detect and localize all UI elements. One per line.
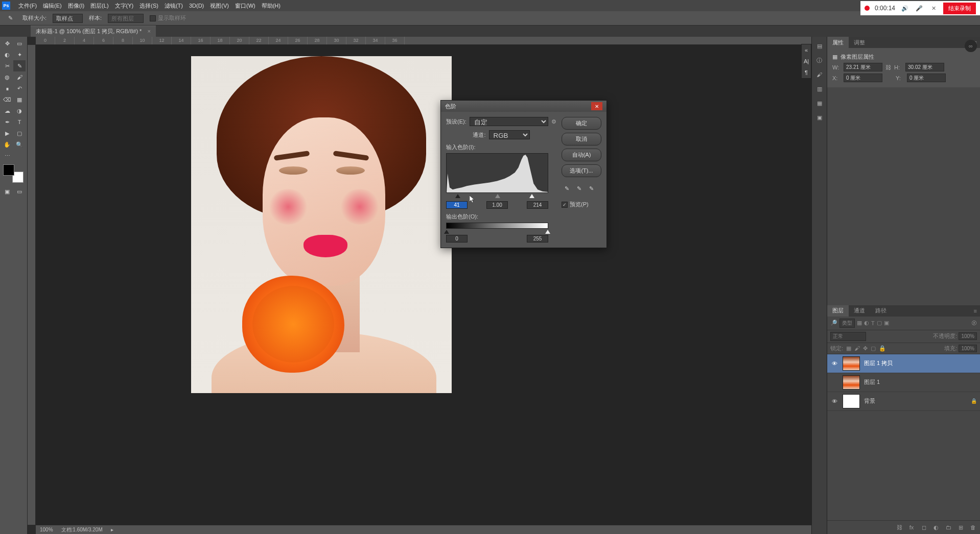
history-brush-tool-icon[interactable]: ↶ bbox=[13, 83, 26, 94]
speaker-icon[interactable]: 🔊 bbox=[900, 4, 909, 13]
filter-type-icon[interactable]: T bbox=[871, 320, 875, 326]
color-swatch[interactable] bbox=[3, 164, 24, 183]
shape-tool-icon[interactable]: ▢ bbox=[13, 128, 26, 139]
close-tab-icon[interactable]: × bbox=[147, 28, 150, 34]
menu-layer[interactable]: 图层(L) bbox=[87, 2, 111, 10]
layer-thumbnail[interactable] bbox=[843, 356, 860, 371]
menu-type[interactable]: 文字(Y) bbox=[112, 2, 137, 10]
floating-type-panel[interactable]: « A| ¶ bbox=[801, 44, 811, 79]
doc-size-info[interactable]: 文档:1.60M/3.20M bbox=[61, 526, 103, 533]
foreground-color-icon[interactable] bbox=[3, 164, 14, 176]
layer-thumbnail[interactable] bbox=[843, 375, 860, 390]
brush-tool-icon[interactable]: 🖌 bbox=[13, 71, 26, 83]
x-field[interactable] bbox=[844, 74, 882, 82]
layers-menu-icon[interactable]: ≡ bbox=[971, 308, 980, 314]
layer-item[interactable]: 图层 1 bbox=[827, 373, 980, 392]
delete-layer-icon[interactable]: 🗑 bbox=[968, 523, 978, 532]
layer-name[interactable]: 背景 bbox=[864, 397, 967, 405]
eraser-tool-icon[interactable]: ⌫ bbox=[1, 94, 13, 105]
marquee-tool-icon[interactable]: ▭ bbox=[13, 38, 26, 49]
shadow-input[interactable] bbox=[446, 201, 468, 209]
preview-checkbox[interactable] bbox=[562, 202, 568, 208]
new-layer-icon[interactable]: ⊞ bbox=[955, 523, 966, 532]
menu-help[interactable]: 帮助(H) bbox=[259, 2, 284, 10]
mic-mute-icon[interactable]: 🎤 bbox=[915, 4, 924, 13]
stop-recording-button[interactable]: 结束录制 bbox=[943, 3, 976, 14]
brush-settings-icon[interactable]: 🖌 bbox=[813, 68, 826, 81]
fill-field[interactable]: 100% bbox=[959, 345, 977, 352]
tab-paths[interactable]: 路径 bbox=[870, 305, 892, 317]
stamp-tool-icon[interactable]: ∎ bbox=[1, 83, 13, 94]
canvas-area[interactable]: « A| ¶ bbox=[36, 45, 811, 525]
adjustment-layer-icon[interactable]: ◐ bbox=[931, 523, 941, 532]
tab-channels[interactable]: 通道 bbox=[849, 305, 870, 317]
dodge-tool-icon[interactable]: ◑ bbox=[13, 105, 26, 116]
levels-dialog[interactable]: 色阶 ✕ 预设(E): 自定 ⚙ 通道: RGB 输入色阶(I): bbox=[440, 100, 607, 248]
width-field[interactable] bbox=[844, 63, 882, 71]
dialog-titlebar[interactable]: 色阶 ✕ bbox=[441, 101, 606, 112]
gamma-input[interactable] bbox=[486, 201, 508, 209]
group-icon[interactable]: 🗀 bbox=[943, 523, 953, 532]
blur-tool-icon[interactable]: ☁ bbox=[1, 105, 13, 116]
channel-select[interactable]: RGB bbox=[489, 130, 530, 139]
menu-select[interactable]: 选择(S) bbox=[136, 2, 161, 10]
lock-position-icon[interactable]: ✥ bbox=[863, 345, 868, 352]
output-low-input[interactable] bbox=[446, 235, 468, 242]
ok-button[interactable]: 确定 bbox=[562, 117, 601, 130]
cancel-button[interactable]: 取消 bbox=[562, 133, 601, 145]
highlight-slider-icon[interactable] bbox=[529, 194, 534, 198]
edit-toolbar-icon[interactable]: ⋯ bbox=[1, 150, 13, 161]
filter-search-icon[interactable]: 🔎 bbox=[830, 320, 837, 326]
close-icon[interactable]: ✕ bbox=[929, 4, 938, 13]
sample-size-select[interactable]: 取样点 bbox=[53, 14, 83, 23]
crop-tool-icon[interactable]: ✂ bbox=[1, 60, 13, 71]
filter-shape-icon[interactable]: ▢ bbox=[877, 320, 882, 326]
lock-paint-icon[interactable]: 🖌 bbox=[854, 345, 860, 351]
menu-file[interactable]: 文件(F) bbox=[15, 2, 40, 10]
layer-mask-icon[interactable]: ◻ bbox=[919, 523, 929, 532]
libraries-icon[interactable]: ▣ bbox=[813, 111, 826, 124]
lock-transparent-icon[interactable]: ▦ bbox=[846, 345, 851, 352]
filter-adjust-icon[interactable]: ◐ bbox=[864, 320, 869, 326]
auto-button[interactable]: 自动(A) bbox=[562, 149, 601, 161]
tab-layers[interactable]: 图层 bbox=[827, 305, 849, 317]
creative-cloud-icon[interactable]: ∞ bbox=[965, 40, 977, 52]
output-high-input[interactable] bbox=[527, 235, 548, 242]
layer-item[interactable]: 👁 背景 🔒 bbox=[827, 392, 980, 411]
menu-3d[interactable]: 3D(D) bbox=[186, 3, 207, 9]
height-field[interactable] bbox=[905, 63, 944, 71]
filter-pixel-icon[interactable]: ▦ bbox=[857, 320, 862, 326]
tab-properties[interactable]: 属性 bbox=[827, 37, 849, 48]
quickmask-icon[interactable]: ▣ bbox=[1, 186, 13, 197]
menu-edit[interactable]: 编辑(E) bbox=[40, 2, 65, 10]
type-tool-icon[interactable]: T bbox=[13, 116, 26, 128]
eyedropper-tool-icon[interactable]: ✎ bbox=[13, 60, 26, 71]
hand-tool-icon[interactable]: ✋ bbox=[1, 139, 13, 150]
sample-select[interactable]: 所有图层 bbox=[108, 14, 144, 23]
lasso-tool-icon[interactable]: ◐ bbox=[1, 49, 13, 60]
show-ring-checkbox[interactable] bbox=[150, 15, 156, 21]
preset-select[interactable]: 自定 bbox=[470, 117, 548, 126]
eyedropper-tool-icon[interactable]: ✎ bbox=[4, 13, 16, 24]
screenmode-icon[interactable]: ▭ bbox=[13, 186, 26, 197]
lock-all-icon[interactable]: 🔒 bbox=[879, 345, 886, 352]
lock-artboard-icon[interactable]: ▢ bbox=[871, 345, 876, 352]
menu-filter[interactable]: 滤镜(T) bbox=[161, 2, 186, 10]
shadow-slider-icon[interactable] bbox=[455, 194, 460, 198]
black-point-eyedropper-icon[interactable]: ✎ bbox=[562, 183, 572, 193]
output-slider[interactable] bbox=[446, 231, 548, 235]
brushes-panel-icon[interactable]: ▥ bbox=[813, 83, 826, 95]
output-highlight-slider-icon[interactable] bbox=[545, 230, 550, 234]
link-layers-icon[interactable]: ⛓ bbox=[894, 523, 904, 532]
magic-wand-tool-icon[interactable]: ✦ bbox=[13, 49, 26, 60]
layer-name[interactable]: 图层 1 拷贝 bbox=[864, 359, 977, 367]
layer-item[interactable]: 👁 图层 1 拷贝 bbox=[827, 354, 980, 373]
white-point-eyedropper-icon[interactable]: ✎ bbox=[586, 183, 596, 193]
history-panel-icon[interactable]: ▤ bbox=[813, 40, 826, 52]
menu-image[interactable]: 图像(I) bbox=[65, 2, 87, 10]
document-canvas[interactable] bbox=[191, 56, 452, 393]
document-tab[interactable]: 未标题-1 @ 100% (图层 1 拷贝, RGB/8#) * × bbox=[31, 26, 156, 37]
gradient-tool-icon[interactable]: ▦ bbox=[13, 94, 26, 105]
layer-thumbnail[interactable] bbox=[843, 394, 860, 408]
collapse-icon[interactable]: « bbox=[802, 44, 811, 56]
